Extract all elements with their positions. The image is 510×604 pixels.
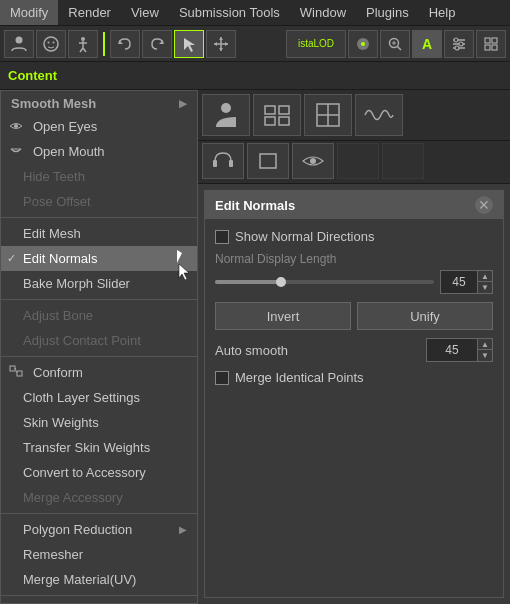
menu-item-remesher[interactable]: Remesher	[1, 542, 197, 567]
auto-smooth-up-arrow[interactable]: ▲	[478, 339, 492, 350]
auto-smooth-spinbox[interactable]: ▲ ▼	[426, 338, 493, 362]
svg-point-28	[459, 42, 463, 46]
menu-item-merge-material[interactable]: Merge Material(UV)	[1, 567, 197, 592]
svg-rect-32	[485, 45, 490, 50]
right-panel: Edit Normals ✕ Show Normal Directions No…	[198, 90, 510, 604]
menu-item-edit-mesh[interactable]: Edit Mesh	[1, 221, 197, 246]
svg-point-0	[16, 36, 23, 43]
menu-smooth-mesh-label: Smooth Mesh	[11, 96, 96, 111]
dropdown-menu: Smooth Mesh ▶ Open Eyes Open Mouth Hide …	[0, 90, 198, 604]
toolbar-figure-btn[interactable]	[68, 30, 98, 58]
merge-identical-checkbox[interactable]	[215, 371, 229, 385]
content-label: Content	[8, 68, 57, 83]
icon-btn-wave[interactable]	[355, 94, 403, 136]
toolbar-istaLOD-btn[interactable]: istaLOD	[286, 30, 346, 58]
svg-marker-15	[219, 48, 223, 51]
menu-item-adjust-contact: Adjust Contact Point	[1, 328, 197, 353]
menubar-render[interactable]: Render	[58, 0, 121, 25]
toolbar-person-btn[interactable]	[4, 30, 34, 58]
svg-point-4	[81, 37, 85, 41]
separator-3	[1, 356, 197, 357]
menu-skin-weights-label: Skin Weights	[23, 415, 99, 430]
menu-item-polygon-reduction[interactable]: Polygon Reduction ▶	[1, 517, 197, 542]
icon-btn-grid[interactable]	[304, 94, 352, 136]
menubar-submission[interactable]: Submission Tools	[169, 0, 290, 25]
spin-up-arrow[interactable]: ▲	[478, 271, 492, 282]
menu-item-open-eyes[interactable]: Open Eyes	[1, 114, 197, 139]
svg-point-1	[44, 37, 58, 51]
auto-smooth-arrows: ▲ ▼	[477, 339, 492, 361]
menubar-modify[interactable]: Modify	[0, 0, 58, 25]
toolbar-A-btn[interactable]: A	[412, 30, 442, 58]
svg-rect-50	[260, 154, 276, 168]
menubar-window[interactable]: Window	[290, 0, 356, 25]
svg-marker-16	[214, 42, 217, 46]
auto-smooth-down-arrow[interactable]: ▼	[478, 350, 492, 361]
svg-rect-44	[279, 117, 289, 125]
icon-btn-person[interactable]	[202, 94, 250, 136]
svg-rect-30	[485, 38, 490, 43]
menubar-help[interactable]: Help	[419, 0, 466, 25]
icon-btn-eye[interactable]	[292, 143, 334, 179]
menu-item-edit-pose[interactable]: Edit Pose N	[1, 599, 197, 604]
svg-rect-48	[213, 160, 217, 167]
icon-btn-mesh[interactable]	[253, 94, 301, 136]
panel-close-btn[interactable]: ✕	[475, 196, 493, 214]
svg-line-8	[83, 48, 86, 52]
toolbar-zoom-btn[interactable]	[380, 30, 410, 58]
show-normal-label: Show Normal Directions	[235, 229, 374, 244]
toolbar-undo-btn[interactable]	[110, 30, 140, 58]
edit-normals-panel: Edit Normals ✕ Show Normal Directions No…	[204, 190, 504, 598]
icon-btn-headphones[interactable]	[202, 143, 244, 179]
menu-item-skin-weights[interactable]: Skin Weights	[1, 410, 197, 435]
svg-line-21	[398, 46, 402, 50]
display-length-input[interactable]	[441, 271, 477, 293]
menu-item-cloth-layer[interactable]: Cloth Layer Settings	[1, 385, 197, 410]
svg-point-40	[221, 103, 231, 113]
menubar-view[interactable]: View	[121, 0, 169, 25]
menu-transfer-skin-label: Transfer Skin Weights	[23, 440, 150, 455]
toolbar-circle-btn[interactable]	[348, 30, 378, 58]
icon-btn-square[interactable]	[247, 143, 289, 179]
invert-unify-row: Invert Unify	[215, 302, 493, 330]
menu-item-conform[interactable]: Conform	[1, 360, 197, 385]
menu-polygon-reduction-label: Polygon Reduction	[23, 522, 132, 537]
menu-item-transfer-skin[interactable]: Transfer Skin Weights	[1, 435, 197, 460]
slider-thumb[interactable]	[276, 277, 286, 287]
toolbar-move-btn[interactable]	[206, 30, 236, 58]
icon-btn-empty1[interactable]	[337, 143, 379, 179]
unify-btn[interactable]: Unify	[357, 302, 493, 330]
slider-row: ▲ ▼	[215, 270, 493, 294]
panel-body: Show Normal Directions Normal Display Le…	[205, 219, 503, 403]
slider-track[interactable]	[215, 280, 434, 284]
toolbar-select-btn[interactable]	[174, 30, 204, 58]
menu-item-open-mouth[interactable]: Open Mouth	[1, 139, 197, 164]
toolbar-face-btn[interactable]	[36, 30, 66, 58]
show-normal-checkbox[interactable]	[215, 230, 229, 244]
menu-item-edit-normals[interactable]: ✓ Edit Normals	[1, 246, 197, 271]
invert-btn[interactable]: Invert	[215, 302, 351, 330]
toolbar-settings-btn[interactable]	[444, 30, 474, 58]
menu-edit-mesh-label: Edit Mesh	[23, 226, 81, 241]
submenu-arrow-polygon: ▶	[179, 524, 187, 535]
menu-item-bake-morph[interactable]: Bake Morph Slider	[1, 271, 197, 296]
menubar: Modify Render View Submission Tools Wind…	[0, 0, 510, 26]
spin-arrows: ▲ ▼	[477, 271, 492, 293]
auto-smooth-input[interactable]	[427, 339, 477, 361]
mouth-icon	[9, 145, 23, 159]
menu-item-convert-accessory[interactable]: Convert to Accessory	[1, 460, 197, 485]
menu-smooth-mesh-header[interactable]: Smooth Mesh ▶	[1, 91, 197, 114]
icon-btn-empty2[interactable]	[382, 143, 424, 179]
panel-header: Edit Normals ✕	[205, 191, 503, 219]
toolbar-redo-btn[interactable]	[142, 30, 172, 58]
svg-point-29	[455, 46, 459, 50]
menubar-plugins[interactable]: Plugins	[356, 0, 419, 25]
menu-merge-accessory-label: Merge Accessory	[23, 490, 123, 505]
spin-down-arrow[interactable]: ▼	[478, 282, 492, 293]
svg-rect-33	[492, 45, 497, 50]
menu-bake-morph-label: Bake Morph Slider	[23, 276, 130, 291]
display-length-spinbox[interactable]: ▲ ▼	[440, 270, 493, 294]
menu-open-mouth-label: Open Mouth	[33, 144, 105, 159]
toolbar-layout-btn[interactable]	[476, 30, 506, 58]
auto-smooth-label: Auto smooth	[215, 343, 420, 358]
